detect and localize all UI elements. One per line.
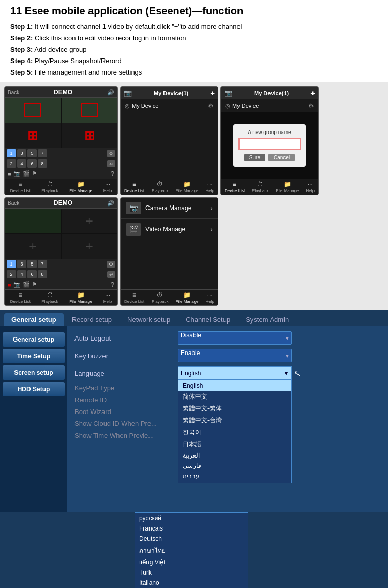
lang-option-korean[interactable]: 한국이 bbox=[178, 427, 291, 438]
ctrl4-more[interactable]: ⚑ bbox=[32, 281, 37, 288]
cam-ctrl-2[interactable]: ↩ bbox=[107, 160, 115, 167]
phone4-camera-grid: + + + bbox=[5, 209, 117, 259]
ctrl4-cam[interactable]: 📷 bbox=[13, 281, 21, 288]
cam4-cell-3: + bbox=[5, 234, 61, 259]
ctrl-more[interactable]: ⚑ bbox=[32, 170, 37, 177]
num-btn-3[interactable]: 3 bbox=[17, 149, 26, 157]
sidebar-screen-setup[interactable]: Screen setup bbox=[3, 365, 65, 380]
tab-system-admin[interactable]: System Admin bbox=[238, 313, 296, 326]
num4-btn-6[interactable]: 6 bbox=[27, 270, 37, 278]
lang2-option-vietnamese[interactable]: tiếng Việt bbox=[135, 557, 248, 567]
num-btn-5[interactable]: 5 bbox=[27, 149, 37, 157]
tab-channel-setup[interactable]: Channel Setup bbox=[178, 313, 237, 326]
ctrl-help[interactable]: ? bbox=[111, 170, 114, 178]
language-select-display[interactable]: English ▼ bbox=[178, 366, 292, 380]
lang2-option-german[interactable]: Deutsch bbox=[135, 534, 248, 544]
num4-btn-2[interactable]: 2 bbox=[7, 270, 16, 278]
nav2-playback[interactable]: ⏱ Playback bbox=[152, 181, 168, 193]
lang2-option-italian[interactable]: Italiano bbox=[135, 578, 248, 588]
num-btn-6[interactable]: 6 bbox=[27, 159, 37, 168]
ctrl4-snap[interactable]: 🎬 bbox=[23, 281, 30, 288]
lang-option-simplified[interactable]: 简体中文 bbox=[178, 391, 291, 403]
ctrl-rec[interactable]: ■ bbox=[8, 171, 11, 177]
cam4-ctrl-2[interactable]: ↩ bbox=[107, 271, 115, 278]
num-btn-2[interactable]: 2 bbox=[7, 159, 16, 168]
key-buzzer-select[interactable]: Enable bbox=[178, 349, 292, 362]
num4-btn-3[interactable]: 3 bbox=[17, 260, 26, 268]
lang-option-farsi[interactable]: فارسی bbox=[178, 461, 291, 471]
tab-general-setup[interactable]: General setup bbox=[4, 313, 64, 326]
lang-option-english[interactable]: English bbox=[178, 380, 291, 391]
dialog-sure-button[interactable]: Sure bbox=[244, 154, 265, 161]
language-dropdown-menu[interactable]: English 简体中文 繁體中文-繁体 繁體中文-台灣 한국이 日本語 الع… bbox=[178, 380, 292, 483]
num4-btn-7[interactable]: 7 bbox=[38, 260, 47, 268]
ctrl4-help[interactable]: ? bbox=[111, 281, 114, 288]
lang-option-japanese[interactable]: 日本語 bbox=[178, 438, 291, 450]
sidebar-hdd-setup[interactable]: HDD Setup bbox=[3, 382, 65, 396]
menu-row-camera[interactable]: 📷 Camera Manage › bbox=[121, 198, 218, 219]
lang-option-trad1[interactable]: 繁體中文-繁体 bbox=[178, 403, 291, 415]
nav-help[interactable]: ··· Help bbox=[103, 181, 112, 193]
dialog-input[interactable] bbox=[238, 138, 301, 150]
lang-option-arabic[interactable]: العربية bbox=[178, 450, 291, 461]
lang-option-trad2[interactable]: 繁體中文-台灣 bbox=[178, 415, 291, 427]
nav-device-list[interactable]: ≡ Device List bbox=[10, 181, 31, 193]
phone4-volume[interactable]: 🔊 bbox=[107, 200, 114, 207]
cam4-plus-icon[interactable]: + bbox=[86, 214, 93, 228]
sidebar-time-setup[interactable]: Time Setup bbox=[3, 349, 65, 363]
ctrl-cam[interactable]: 📷 bbox=[13, 170, 21, 177]
cam-ctrl-1[interactable]: ⚙ bbox=[107, 150, 115, 157]
cam4-plus-icon-3[interactable]: + bbox=[86, 239, 93, 254]
num-btn-4[interactable]: 4 bbox=[17, 159, 26, 168]
cam-cell-1 bbox=[5, 98, 61, 123]
tab-network-setup[interactable]: Network setup bbox=[120, 313, 177, 326]
num4-btn-5[interactable]: 5 bbox=[27, 260, 37, 268]
lang-option-hebrew[interactable]: עברית bbox=[178, 471, 291, 481]
auto-logout-select[interactable]: Disable bbox=[178, 331, 292, 345]
nav3-file-manage[interactable]: 📁 File Manage bbox=[276, 181, 299, 193]
num-btn-7[interactable]: 7 bbox=[38, 149, 47, 157]
nav2-help[interactable]: ··· Help bbox=[206, 181, 214, 193]
phone3-gear-icon[interactable]: ⚙ bbox=[308, 102, 314, 109]
nav4-help[interactable]: ··· Help bbox=[103, 291, 112, 304]
second-lang-dropdown[interactable]: русский Français Deutsch ภาษาไทย tiếng V… bbox=[135, 512, 248, 588]
nav5-help[interactable]: ··· Help bbox=[206, 291, 214, 304]
nav5-playback[interactable]: ⏱ Playback bbox=[152, 291, 168, 304]
tab-record-setup[interactable]: Record setup bbox=[65, 313, 119, 326]
nav-playback[interactable]: ⏱ Playback bbox=[41, 181, 58, 193]
lang2-option-thai[interactable]: ภาษาไทย bbox=[135, 544, 248, 557]
nav2-device-list[interactable]: ≡ Device List bbox=[124, 181, 144, 193]
nav2-file-manage[interactable]: 📁 File Manage bbox=[176, 181, 199, 193]
num-btn-8[interactable]: 8 bbox=[38, 159, 47, 168]
phone4-back[interactable]: Back bbox=[8, 200, 19, 206]
nav4-file-manage[interactable]: 📁 File Manage bbox=[69, 291, 92, 304]
phone2-gear-icon[interactable]: ⚙ bbox=[208, 102, 214, 109]
nav-file-manage[interactable]: 📁 File Manage bbox=[69, 181, 92, 193]
ctrl-snap[interactable]: 🎬 bbox=[23, 170, 30, 177]
cam4-ctrl-1[interactable]: ⚙ bbox=[107, 261, 115, 268]
phone1-volume[interactable]: 🔊 bbox=[107, 89, 114, 96]
lang2-option-russian[interactable]: русский bbox=[135, 513, 248, 523]
num4-btn-8[interactable]: 8 bbox=[38, 270, 47, 278]
nav3-device-list[interactable]: ≡ Device List bbox=[225, 181, 245, 193]
phone2-plus[interactable]: + bbox=[210, 89, 215, 97]
nav3-help[interactable]: ··· Help bbox=[306, 181, 315, 193]
cam4-plus-icon-2[interactable]: + bbox=[29, 239, 36, 254]
dialog-cancel-button[interactable]: Cancel bbox=[268, 154, 295, 161]
lang2-option-french[interactable]: Français bbox=[135, 523, 248, 534]
menu-row-video[interactable]: 🎬 Video Manage › bbox=[121, 219, 218, 240]
ctrl4-rec[interactable]: ■ bbox=[8, 282, 11, 288]
nav5-device-list[interactable]: ≡ Device List bbox=[124, 291, 144, 304]
nav5-file-manage[interactable]: 📁 File Manage bbox=[176, 291, 199, 304]
num-btn-1[interactable]: 1 bbox=[7, 149, 16, 157]
num4-btn-4[interactable]: 4 bbox=[17, 270, 26, 278]
phone3-plus[interactable]: + bbox=[310, 89, 315, 97]
num4-btn-1[interactable]: 1 bbox=[7, 260, 16, 268]
lang-option-portuguese[interactable]: Português bbox=[178, 481, 291, 483]
lang2-option-turkish[interactable]: Türk bbox=[135, 567, 248, 578]
sidebar-general-setup[interactable]: General setup bbox=[3, 332, 65, 347]
nav3-playback[interactable]: ⏱ Playback bbox=[252, 181, 268, 193]
nav4-device-list[interactable]: ≡ Device List bbox=[10, 291, 31, 304]
nav4-playback[interactable]: ⏱ Playback bbox=[41, 291, 58, 304]
phone1-back[interactable]: Back bbox=[8, 90, 19, 95]
